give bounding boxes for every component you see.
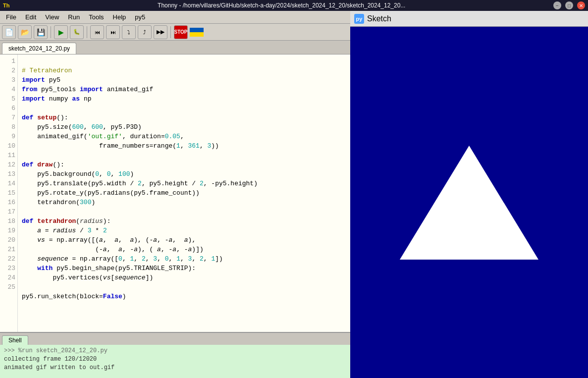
- ln-9: 9: [3, 132, 15, 141]
- shell-panel: Shell >>> %run sketch_2024_12_20.py coll…: [0, 332, 350, 378]
- ln-17: 17: [3, 207, 15, 216]
- ln-1: 1: [3, 56, 15, 66]
- ln-18: 18: [3, 216, 15, 226]
- sketch-canvas: [350, 27, 588, 378]
- code-line-15: tetrahdron(300): [22, 199, 95, 206]
- ln-2: 2: [3, 66, 15, 75]
- ln-25: 25: [3, 282, 15, 292]
- menu-edit[interactable]: Edit: [21, 12, 40, 22]
- code-line-3: from py5_tools import animated_gif: [22, 86, 153, 93]
- code-line-17: def tetrahdron(radius):: [22, 217, 110, 225]
- editor-tab-main[interactable]: sketch_2024_12_20.py: [2, 43, 76, 54]
- ln-10: 10: [3, 141, 15, 151]
- code-line-16: [22, 208, 26, 216]
- ln-13: 13: [3, 169, 15, 179]
- shell-line-1: >>> %run sketch_2024_12_20.py: [4, 347, 346, 355]
- menu-view[interactable]: View: [41, 12, 63, 22]
- flag-yellow: [190, 32, 204, 37]
- code-line-4: import numpy as np: [22, 95, 91, 103]
- resume-button[interactable]: ▶▶: [154, 25, 167, 39]
- stop-button[interactable]: STOP: [174, 25, 188, 39]
- toolbar-separator-1: [51, 26, 51, 38]
- menu-run[interactable]: Run: [64, 12, 84, 22]
- ln-7: 7: [3, 113, 15, 122]
- menu-tools[interactable]: Tools: [85, 12, 107, 22]
- menu-bar: File Edit View Run Tools Help py5: [0, 11, 350, 24]
- shell-line-2: collecting frame 120/12020: [4, 355, 346, 364]
- new-button[interactable]: 📄: [2, 25, 16, 39]
- code-line-5: [22, 105, 26, 112]
- title-bar: Th Thonny - /home/villares/GitHub/sketch…: [0, 0, 588, 11]
- code-line-21: sequence = np.array([0, 1, 2, 3, 0, 1, 3…: [22, 255, 223, 263]
- step-into-button[interactable]: ⤵: [122, 25, 136, 39]
- tab-bar: sketch_2024_12_20.py: [0, 41, 350, 54]
- menu-help[interactable]: Help: [109, 12, 130, 22]
- ln-23: 23: [3, 264, 15, 273]
- ln-12: 12: [3, 160, 15, 169]
- ln-6: 6: [3, 104, 15, 113]
- code-line-14: py5.rotate_y(py5.radians(py5.frame_count…: [22, 189, 200, 197]
- step-over-button[interactable]: ⏭: [106, 25, 120, 39]
- close-button[interactable]: ✕: [577, 1, 585, 9]
- menu-py5[interactable]: py5: [131, 12, 149, 22]
- tetrahedron-svg: [390, 138, 548, 267]
- sketch-title: Sketch: [367, 14, 391, 23]
- open-button[interactable]: 📂: [18, 25, 32, 39]
- shell-tab[interactable]: Shell: [2, 335, 28, 345]
- thonny-icon: Th: [3, 2, 9, 8]
- code-line-25: py5.run_sketch(block=False): [22, 293, 126, 300]
- window-controls: − □ ✕: [553, 1, 585, 9]
- code-line-12: py5.background(0, 0, 100): [22, 170, 134, 178]
- line-numbers: 1 2 3 4 5 6 7 8 9 10 11 12 13 14 15 16 1…: [0, 54, 18, 378]
- code-line-7: py5.size(600, 600, py5.P3D): [22, 123, 142, 131]
- code-line-6: def setup():: [22, 114, 68, 121]
- debug-button[interactable]: 🐛: [70, 25, 84, 39]
- code-line-22: with py5.begin_shape(py5.TRIANGLE_STRIP)…: [22, 265, 196, 272]
- code-line-24: [22, 283, 26, 291]
- ln-5: 5: [3, 94, 15, 104]
- shell-tab-bar: Shell: [0, 333, 350, 345]
- ln-16: 16: [3, 198, 15, 207]
- shell-line-3: animated gif written to out.gif: [4, 364, 346, 372]
- ln-4: 4: [3, 85, 15, 94]
- code-line-10: [22, 152, 26, 159]
- save-button[interactable]: 💾: [34, 25, 48, 39]
- maximize-button[interactable]: □: [565, 1, 573, 9]
- title-text: Thonny - /home/villares/GitHub/sketch-a-…: [12, 2, 550, 9]
- code-line-20: (-a, a, -a), ( a, -a, -a)]): [22, 246, 204, 253]
- toolbar-separator-3: [170, 26, 171, 38]
- step-out-button[interactable]: ⤴: [138, 25, 152, 39]
- ln-8: 8: [3, 122, 15, 132]
- sketch-header: py Sketch: [350, 11, 588, 27]
- sketch-panel-icon: py: [354, 14, 364, 24]
- step-back-button[interactable]: ⏮: [90, 25, 104, 39]
- run-button[interactable]: ▶: [54, 25, 68, 39]
- shell-content[interactable]: >>> %run sketch_2024_12_20.py collecting…: [0, 345, 350, 378]
- tetrahedron-shape: [400, 146, 538, 260]
- ln-24: 24: [3, 273, 15, 282]
- ln-20: 20: [3, 235, 15, 245]
- code-line-9: frame_numbers=range(1, 361, 3)): [22, 142, 219, 150]
- code-editor[interactable]: 1 2 3 4 5 6 7 8 9 10 11 12 13 14 15 16 1…: [0, 54, 350, 378]
- ln-3: 3: [3, 75, 15, 85]
- sketch-panel: py Sketch: [350, 11, 588, 378]
- menu-file[interactable]: File: [2, 12, 20, 22]
- ln-15: 15: [3, 188, 15, 198]
- minimize-button[interactable]: −: [553, 1, 561, 9]
- ln-21: 21: [3, 245, 15, 254]
- code-line-2: import py5: [22, 76, 60, 84]
- code-line-1: # Tetrahedron: [22, 67, 72, 74]
- toolbar-separator-2: [87, 26, 87, 38]
- code-line-19: vs = np.array([(a, a, a), (-a, -a, a),: [22, 236, 196, 244]
- toolbar: 📄 📂 💾 ▶ 🐛 ⏮ ⏭ ⤵ ⤴ ▶▶ STOP: [0, 24, 350, 41]
- ukraine-flag: [190, 28, 204, 37]
- code-line-23: py5.vertices(vs[sequence]): [22, 274, 153, 281]
- code-line-11: def draw():: [22, 161, 64, 168]
- code-line-8: animated_gif('out.gif', duration=0.05,: [22, 133, 184, 140]
- ln-19: 19: [3, 226, 15, 235]
- ln-22: 22: [3, 254, 15, 264]
- code-content: # Tetrahedron import py5 from py5_tools …: [18, 54, 350, 378]
- code-line-13: py5.translate(py5.width / 2, py5.height …: [22, 180, 258, 187]
- code-line-18: a = radius / 3 * 2: [22, 227, 107, 234]
- ln-11: 11: [3, 151, 15, 160]
